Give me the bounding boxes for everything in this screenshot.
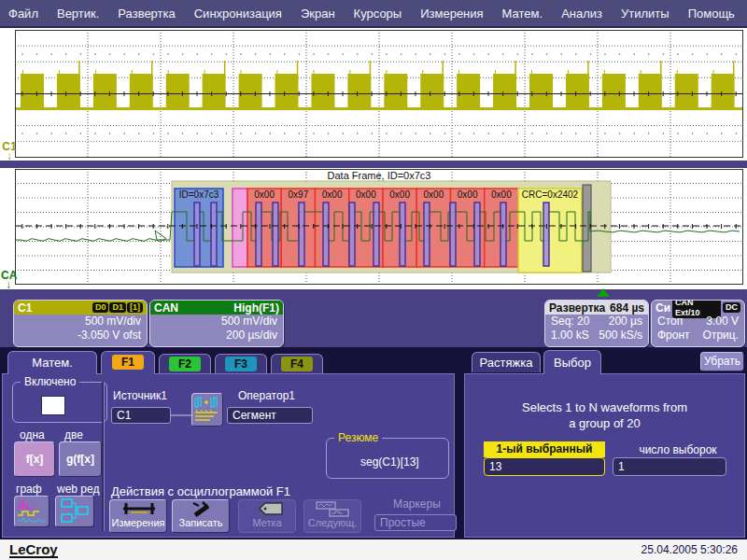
decode-label: 0x00 [458, 189, 478, 200]
menu-trigger[interactable]: Синхронизация [186, 3, 290, 24]
menu-help[interactable]: Помощь [680, 3, 743, 24]
menu-utilities[interactable]: Утилиты [613, 3, 678, 24]
trigger-row2: ФронтОтриц. [652, 329, 744, 343]
math-dialog: Включено одна две f[x] g(f[x] граф web р… [2, 373, 455, 538]
waveform-area: Data Frame, ID=0x7c3ID=0x7c30x000x970x00… [0, 28, 747, 289]
tab-select[interactable]: Выбор [543, 350, 601, 374]
dual-gfx-button[interactable]: g(f[x] [59, 441, 102, 477]
lecroy-logo: LeCroy [9, 542, 58, 558]
trigger-header: Си CAN Ext/10 DC [652, 301, 744, 315]
num-selections-label: число выборок [626, 443, 730, 456]
decode-label: CRC=0x2402 [522, 189, 579, 200]
store-action-button[interactable]: Записать [172, 499, 230, 533]
trigger-position-marker[interactable] [597, 288, 610, 297]
c1-badge-seg: [1] [127, 302, 143, 313]
web-edit-button[interactable] [55, 496, 94, 527]
c1-badge-d0: D0 [92, 302, 109, 313]
segment-operator-icon [193, 394, 221, 424]
decode-label: 0x00 [389, 189, 410, 200]
next-action-button[interactable]: Следующ. [303, 499, 361, 533]
markers-label: Маркеры [393, 497, 441, 511]
can-info-box[interactable]: CAN High(F1) 500 mV/div 200 µs/div [149, 300, 284, 347]
decode-label: 0x97 [289, 189, 309, 200]
close-dialog-button[interactable]: Убрать [700, 352, 744, 371]
tab-f1[interactable]: F1 [101, 351, 155, 374]
timebase-info-box[interactable]: Развертка684 µs Seq: 20200 µs 1.00 kS500… [544, 300, 649, 347]
timebase-row2: 1.00 kS500 kS/s [545, 329, 648, 343]
summary-label: Резюме [334, 431, 382, 444]
web-edit-label: web ред [57, 483, 99, 496]
source1-label: Источник1 [113, 389, 167, 402]
operator1-label: Оператор1 [238, 389, 295, 402]
tab-f4[interactable]: F4 [271, 354, 323, 374]
num-selections-input[interactable]: 1 [613, 457, 726, 476]
tab-math-group[interactable]: Матем. [7, 351, 97, 374]
enabled-checkbox[interactable] [41, 396, 65, 415]
summary-value: seg(C1)[13] [360, 455, 419, 469]
caliper-icon [121, 502, 157, 517]
datetime: 25.04.2005 5:30:26 [641, 543, 738, 556]
tab-f2[interactable]: F2 [159, 354, 211, 374]
decode-label: 0x00 [424, 189, 444, 200]
decode-label: 0x00 [322, 189, 343, 200]
menu-cursors[interactable]: Курсоры [345, 3, 411, 24]
channel1-info-header: C1 D0 D1 [1] [14, 301, 147, 315]
summary-group: Резюме seg(C1)[13] [326, 438, 449, 479]
measure-action-button[interactable]: Измерения [109, 499, 167, 533]
select-dialog: Selects 1 to N waveforms from a group of… [464, 373, 745, 538]
trigger-info-box[interactable]: Си CAN Ext/10 DC Стоп3.00 V ФронтОтриц. [651, 300, 745, 347]
markers-select[interactable]: Простые [374, 514, 457, 531]
tag-icon [252, 502, 284, 516]
select-description-line2: a group of 20 [465, 416, 744, 430]
menu-measure[interactable]: Измерения [412, 3, 491, 24]
graph-button[interactable] [14, 496, 49, 527]
enabled-group: Включено [12, 382, 107, 423]
trigger-coupling-badge: DC [723, 302, 740, 313]
channel1-trace-label[interactable]: C1↓ [2, 142, 17, 161]
timebase-row1: Seq: 20200 µs [545, 315, 648, 329]
first-selected-input[interactable]: 13 [484, 457, 605, 476]
menu-display[interactable]: Экран [292, 3, 344, 24]
next-waveform-icon [316, 501, 351, 517]
decode-label: 0x00 [356, 189, 376, 200]
status-bar: LeCroy 25.04.2005 5:30:26 [0, 539, 747, 560]
connector-line [171, 414, 191, 416]
menu-timebase[interactable]: Развертка [109, 3, 183, 24]
channel1-info-box[interactable]: C1 D0 D1 [1] 500 mV/div -3.050 V ofst [13, 300, 148, 347]
dual-label: две [64, 428, 83, 441]
actions-title: Действия с осциллограммой F1 [111, 484, 290, 498]
grid-gap [0, 161, 747, 168]
single-fx-button[interactable]: f[x] [14, 441, 55, 477]
decode-label: 0x00 [254, 189, 275, 200]
menu-bar: Файл Вертик. Развертка Синхронизация Экр… [0, 0, 747, 28]
can-info-header: CAN High(F1) [150, 301, 283, 315]
channel1-grid[interactable] [15, 30, 743, 158]
source1-select[interactable]: C1 [111, 407, 171, 424]
c1-offset: -3.050 V ofst [14, 329, 147, 343]
tab-zoom[interactable]: Растяжка [472, 352, 541, 372]
decode-label: 0x00 [491, 189, 512, 200]
can-decode-grid[interactable]: Data Frame, ID=0x7c3ID=0x7c30x000x970x00… [15, 169, 743, 285]
graph-label: граф [16, 483, 42, 496]
can-trace-label[interactable]: CA↓ [1, 271, 16, 289]
timebase-header: Развертка684 µs [545, 301, 648, 315]
operator-icon-button[interactable] [191, 393, 223, 427]
panel-divider [102, 382, 105, 531]
enabled-label: Включено [21, 375, 79, 388]
tag-action-button[interactable]: Метка [238, 499, 296, 533]
tab-f3[interactable]: F3 [215, 354, 267, 374]
c1-badge-d1: D1 [109, 302, 126, 313]
decode-label: ID=0x7c3 [179, 189, 219, 200]
menu-math[interactable]: Матем. [494, 3, 552, 24]
menu-file[interactable]: Файл [0, 3, 47, 24]
first-selected-label: 1-ый выбранный [484, 441, 605, 457]
select-description-line1: Selects 1 to N waveforms from [465, 400, 744, 414]
single-label: одна [20, 428, 45, 441]
menu-analysis[interactable]: Анализ [553, 3, 611, 24]
flowchart-icon [58, 497, 92, 525]
menu-vertical[interactable]: Вертик. [49, 3, 107, 24]
can-volts-div: 500 mV/div [150, 315, 283, 329]
operator1-select[interactable]: Сегмент [227, 407, 313, 424]
pen-icon [190, 501, 214, 517]
c1-volts-div: 500 mV/div [14, 315, 147, 329]
